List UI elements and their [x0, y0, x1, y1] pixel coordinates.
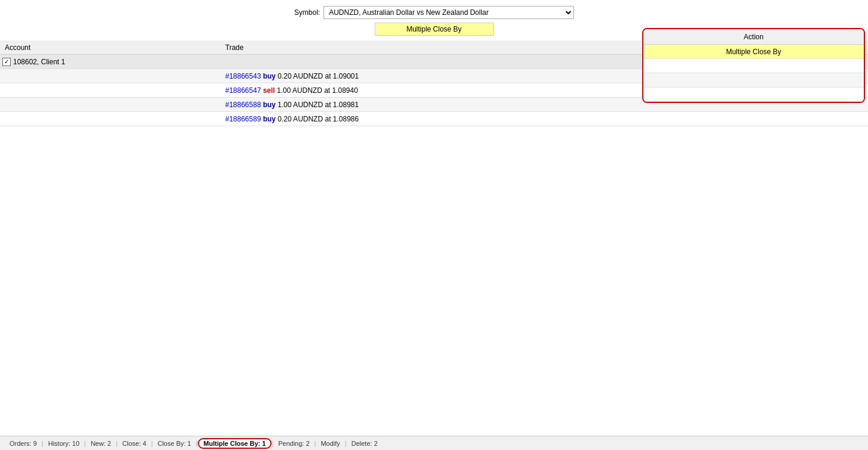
- account-cell: ✓ 108602, Client 1: [0, 58, 220, 66]
- status-bar: Orders: 9 | History: 10 | New: 2 | Close…: [0, 436, 868, 450]
- right-panel-row-1[interactable]: Multiple Close By: [643, 45, 864, 59]
- right-panel-row-2: [643, 59, 864, 73]
- symbol-select[interactable]: AUDNZD, Australian Dollar vs New Zealand…: [323, 6, 574, 19]
- status-history: History: 10: [43, 440, 85, 447]
- status-multiple-close-by[interactable]: Multiple Close By: 1: [198, 438, 272, 449]
- trade-id-3: #18866588: [225, 101, 261, 109]
- multiple-close-by-action: Multiple Close By: [726, 48, 782, 56]
- right-panel-row-3: [643, 73, 864, 88]
- status-close-by: Close By: 1: [153, 440, 195, 447]
- trade-volume-1: 0.20 AUDNZD at 1.09001: [278, 72, 359, 80]
- status-modify: Modify: [316, 440, 344, 447]
- status-pending: Pending: 2: [273, 440, 315, 447]
- right-panel: Action Multiple Close By: [642, 28, 865, 103]
- status-orders: Orders: 9: [5, 440, 42, 447]
- multiple-close-by-button[interactable]: Multiple Close By: [375, 23, 494, 36]
- account-name: 108602, Client 1: [13, 58, 65, 66]
- trade-action-3: buy: [263, 101, 278, 109]
- trade-volume-3: 1.00 AUDNZD at 1.08981: [278, 101, 359, 109]
- status-delete: Delete: 2: [347, 440, 382, 447]
- trade-volume-2: 1.00 AUDNZD at 1.08940: [277, 86, 358, 95]
- trade-id-1: #18866543: [225, 72, 261, 80]
- action-header-text: Action: [743, 33, 763, 41]
- trade-id-4: #18866589: [225, 115, 261, 123]
- status-new: New: 2: [86, 440, 116, 447]
- account-checkbox[interactable]: ✓: [2, 58, 11, 66]
- trade-id-2: #18866547: [225, 86, 261, 95]
- symbol-label: Symbol:: [294, 8, 320, 17]
- account-header: Account: [0, 43, 220, 52]
- trade-volume-4: 0.20 AUDNZD at 1.08986: [278, 115, 359, 123]
- right-panel-header: Action: [643, 29, 864, 45]
- trade-action-2: sell: [263, 86, 276, 95]
- trade-cell-4: #18866589 buy 0.20 AUDNZD at 1.08986: [220, 115, 868, 123]
- trade-action-1: buy: [263, 72, 278, 80]
- status-close: Close: 4: [117, 440, 151, 447]
- right-panel-row-4: [643, 88, 864, 102]
- table-row: #18866589 buy 0.20 AUDNZD at 1.08986: [0, 112, 868, 126]
- symbol-row: Symbol: AUDNZD, Australian Dollar vs New…: [0, 0, 868, 23]
- trade-action-4: buy: [263, 115, 278, 123]
- main-content: Symbol: AUDNZD, Australian Dollar vs New…: [0, 0, 868, 427]
